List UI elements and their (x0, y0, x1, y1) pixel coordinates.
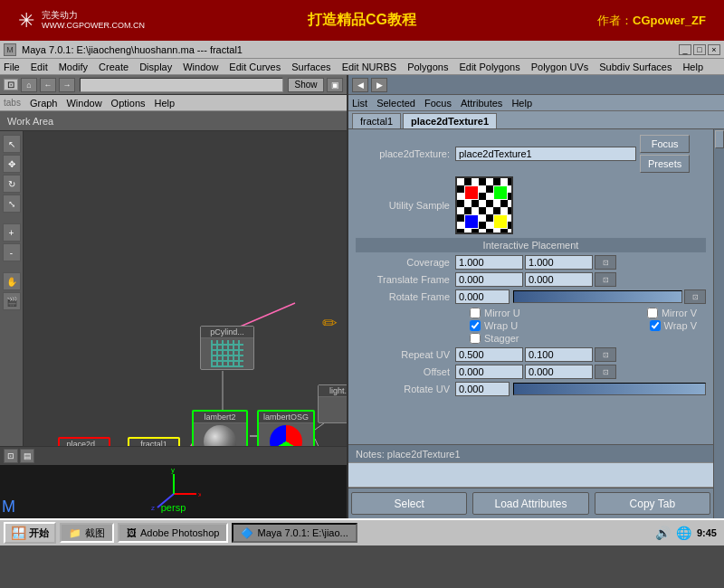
node-lambert2[interactable]: lambert2 (192, 410, 248, 446)
presets-button[interactable]: Presets (640, 155, 690, 173)
notes-textarea[interactable] (348, 463, 713, 487)
menu-right-help[interactable]: Help (511, 98, 532, 109)
right-toolbar-btn2[interactable]: ▶ (371, 78, 387, 92)
node-pcylind-body (201, 338, 253, 369)
load-attributes-button[interactable]: Load Attributes (472, 492, 588, 515)
tab-fractal1[interactable]: fractal1 (352, 113, 401, 128)
maximize-btn[interactable]: □ (693, 44, 706, 55)
translate-u-input[interactable] (455, 272, 523, 287)
view-btn[interactable]: ▣ (327, 78, 343, 92)
node-place2d[interactable]: place2d... (58, 437, 110, 446)
menu-edit-polygons[interactable]: Edit Polygons (459, 62, 519, 72)
pan-tool-btn[interactable]: ✋ (3, 272, 21, 290)
menu-focus[interactable]: Focus (424, 98, 452, 109)
rotate-frame-input[interactable] (455, 289, 510, 304)
scrollbar-thumb[interactable] (715, 130, 724, 148)
persp-tool-2[interactable]: ▤ (20, 449, 34, 463)
place2d-name-input[interactable] (455, 147, 636, 161)
menu-node-window[interactable]: Window (66, 98, 101, 109)
wrap-v-checkbox[interactable] (650, 320, 661, 331)
menu-display[interactable]: Display (139, 62, 172, 72)
persp-view: ⊡ ▤ x y z persp M (0, 446, 347, 518)
offset-u-input[interactable] (455, 365, 523, 379)
node-light[interactable]: light... (318, 384, 347, 423)
rotate-frame-extra-btn[interactable]: ⊡ (684, 289, 706, 304)
toolbar-next-btn[interactable]: → (59, 78, 75, 92)
offset-extra-btn[interactable]: ⊡ (595, 365, 616, 379)
offset-v-input[interactable] (525, 365, 593, 379)
wrap-u-checkbox[interactable] (470, 320, 481, 331)
stagger-checkbox[interactable] (470, 333, 481, 344)
start-label: 开始 (29, 526, 49, 540)
select-tool-btn[interactable]: ↖ (3, 135, 21, 153)
show-btn[interactable]: Show (288, 78, 324, 92)
menu-attributes[interactable]: Attributes (461, 98, 502, 109)
taskbar-item-photoshop[interactable]: 🖼 Adobe Photoshop (118, 523, 228, 543)
coverage-v-input[interactable] (525, 255, 593, 270)
node-lambert-osg[interactable]: lambertOSG (257, 410, 315, 446)
notes-input-area[interactable] (348, 462, 713, 488)
menu-modify[interactable]: Modify (59, 62, 88, 72)
repeat-uv-extra-btn[interactable]: ⊡ (595, 347, 616, 362)
zoom-in-btn[interactable]: + (3, 223, 21, 242)
taskbar-item-maya[interactable]: 🔷 Maya 7.0.1: E:\jiao... (232, 523, 357, 543)
menu-polygon-uvs[interactable]: Polygon UVs (531, 62, 589, 72)
menu-graph[interactable]: Graph (30, 98, 58, 109)
rotate-tool-btn[interactable]: ↻ (3, 175, 21, 193)
toolbar-home-btn[interactable]: ⌂ (21, 78, 37, 92)
menu-window[interactable]: Window (183, 62, 218, 72)
windows-icon: 🪟 (11, 526, 26, 540)
focus-button[interactable]: Focus (640, 135, 690, 153)
menu-edit-nurbs[interactable]: Edit NURBS (342, 62, 397, 72)
toolbar-prev-btn[interactable]: ← (40, 78, 56, 92)
menu-selected[interactable]: Selected (376, 98, 415, 109)
node-pcylind[interactable]: pCylind... (200, 326, 254, 370)
coverage-extra-btn[interactable]: ⊡ (595, 255, 616, 270)
attr-area: place2dTexture: Focus Presets Utility Sa… (348, 129, 724, 518)
render-view-btn[interactable]: 🎬 (3, 292, 21, 310)
copy-tab-button[interactable]: Copy Tab (595, 492, 710, 515)
repeat-u-input[interactable] (455, 347, 523, 362)
maya-titlebar: M Maya 7.0.1: E:\jiaocheng\huoshann.ma -… (0, 41, 724, 59)
menu-surfaces[interactable]: Surfaces (291, 62, 330, 72)
menu-file[interactable]: File (4, 62, 20, 72)
minimize-btn[interactable]: _ (679, 44, 691, 55)
zoom-out-btn[interactable]: - (3, 243, 21, 261)
titlebar-text: Maya 7.0.1: E:\jiaocheng\huoshann.ma ---… (22, 44, 679, 55)
repeat-v-input[interactable] (525, 347, 593, 362)
move-tool-btn[interactable]: ✥ (3, 155, 21, 173)
menu-options[interactable]: Options (111, 98, 146, 109)
coverage-u-input[interactable] (455, 255, 523, 270)
translate-v-input[interactable] (525, 272, 593, 287)
rotate-frame-slider[interactable] (513, 290, 682, 303)
persp-tool-1[interactable]: ⊡ (4, 449, 18, 463)
rotate-uv-slider[interactable] (513, 383, 706, 395)
mirror-u-checkbox[interactable] (470, 308, 481, 318)
node-lambert-osg-header: lambertOSG (259, 412, 313, 423)
right-panel: ◀ ▶ List Selected Focus Attributes Help … (348, 75, 724, 518)
menu-edit-curves[interactable]: Edit Curves (229, 62, 281, 72)
menu-help[interactable]: Help (682, 62, 703, 72)
translate-extra-btn[interactable]: ⊡ (595, 272, 616, 287)
menu-node-help[interactable]: Help (155, 98, 176, 109)
menu-polygons[interactable]: Polygons (407, 62, 448, 72)
menu-subdiv[interactable]: Subdiv Surfaces (599, 62, 672, 72)
right-scrollbar[interactable] (713, 129, 724, 518)
titlebar-controls[interactable]: _ □ × (679, 44, 720, 55)
select-button[interactable]: Select (351, 492, 467, 515)
menu-edit[interactable]: Edit (31, 62, 48, 72)
node-canvas: pCylind... light... place2d... (24, 131, 347, 446)
menu-create[interactable]: Create (99, 62, 129, 72)
tab-place2dtexture1[interactable]: place2dTexture1 (403, 113, 497, 128)
node-fractal1[interactable]: fractal1 (128, 437, 180, 446)
place2d-name-row: place2dTexture: Focus Presets (356, 135, 706, 173)
menu-list[interactable]: List (352, 98, 367, 109)
folder-icon: 📁 (69, 527, 81, 539)
scale-tool-btn[interactable]: ⤡ (3, 194, 21, 213)
right-toolbar-btn1[interactable]: ◀ (352, 78, 368, 92)
rotate-uv-input[interactable] (455, 382, 510, 396)
mirror-v-checkbox[interactable] (647, 308, 658, 318)
taskbar-item-screenshot[interactable]: 📁 截图 (60, 523, 114, 543)
start-button[interactable]: 🪟 开始 (4, 522, 56, 544)
close-btn[interactable]: × (708, 44, 720, 55)
